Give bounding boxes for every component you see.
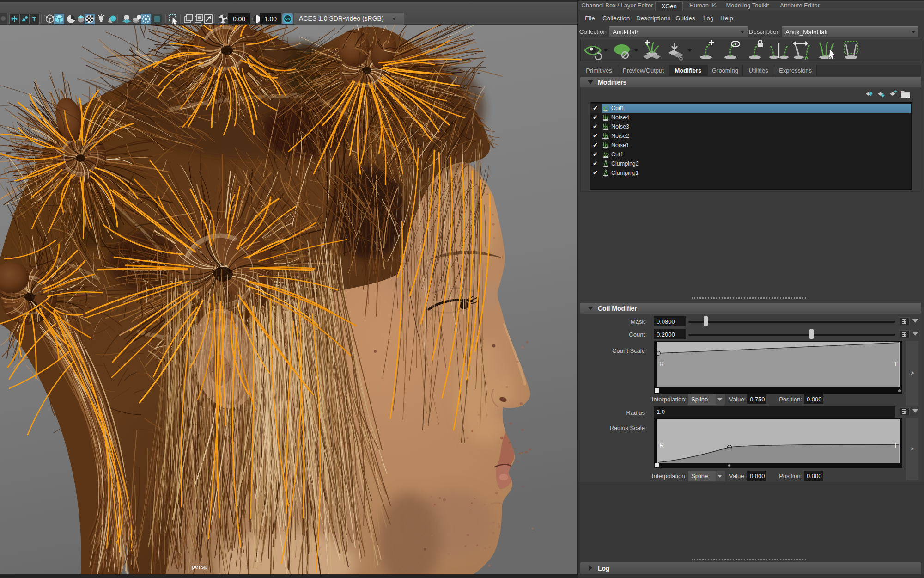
svg-text:R: R — [659, 442, 664, 449]
svg-text:T: T — [32, 16, 36, 23]
svg-text:persp: persp — [191, 563, 207, 570]
svg-text:T: T — [894, 360, 898, 368]
svg-text:R: R — [659, 360, 664, 368]
svg-text:T: T — [894, 442, 898, 449]
